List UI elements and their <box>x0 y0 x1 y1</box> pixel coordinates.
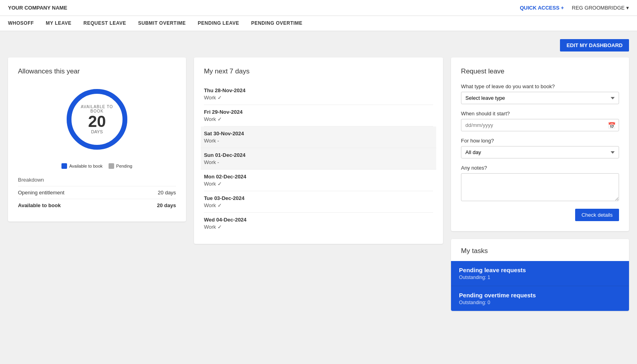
day-work: Work - <box>204 159 433 165</box>
request-leave-card: Request leave What type of leave do you … <box>451 57 629 231</box>
start-date-input[interactable] <box>461 119 619 131</box>
quick-access-button[interactable]: QUICK ACCESS + <box>520 5 564 11</box>
start-date-group: When should it start? 📅 <box>461 111 619 131</box>
day-item: Mon 02-Dec-2024 Work ✓ <box>204 170 433 191</box>
day-date: Wed 04-Dec-2024 <box>204 217 433 223</box>
breakdown-opening-label: Opening entitlement <box>18 190 64 196</box>
top-header: YOUR COMPANY NAME QUICK ACCESS + REG GRO… <box>0 0 637 16</box>
tasks-title: My tasks <box>451 239 629 261</box>
breakdown-title: Breakdown <box>18 177 176 183</box>
donut-container: AVAILABLE TO BOOK 20 DAYS <box>18 83 176 155</box>
duration-select[interactable]: All day <box>461 146 619 158</box>
legend-pending: Pending <box>109 163 132 169</box>
leave-type-select[interactable]: Select leave type <box>461 92 619 104</box>
legend-available-label: Available to book <box>69 164 103 168</box>
quick-access-icon: + <box>561 5 564 11</box>
task-item[interactable]: Pending overtime requests Outstanding: 0 <box>451 286 629 311</box>
start-date-label: When should it start? <box>461 111 619 117</box>
donut-number: 20 <box>79 113 115 129</box>
calendar-icon: 📅 <box>608 121 616 129</box>
breakdown-row-opening: Opening entitlement 20 days <box>18 186 176 199</box>
tasks-list: Pending leave requests Outstanding: 1 Pe… <box>451 261 629 311</box>
day-date: Tue 03-Dec-2024 <box>204 195 433 201</box>
main-content: EDIT MY DASHBOARD Allowances this year A… <box>0 31 637 319</box>
leave-type-label: What type of leave do you want to book? <box>461 83 619 89</box>
task-subtitle: Outstanding: 1 <box>459 275 621 280</box>
tasks-card: My tasks Pending leave requests Outstand… <box>451 239 629 311</box>
nav-item-pending-leave[interactable]: PENDING LEAVE <box>198 16 239 31</box>
edit-dashboard-row: EDIT MY DASHBOARD <box>8 39 629 51</box>
main-nav: WHOSOFF MY LEAVE REQUEST LEAVE SUBMIT OV… <box>0 16 637 31</box>
breakdown-available-label: Available to book <box>18 202 61 208</box>
day-work: Work ✓ <box>204 116 433 122</box>
legend-available: Available to book <box>61 163 103 169</box>
allowances-title: Allowances this year <box>18 67 176 75</box>
edit-dashboard-button[interactable]: EDIT MY DASHBOARD <box>560 39 629 51</box>
task-title: Pending leave requests <box>459 267 621 273</box>
nav-item-request-leave[interactable]: REQUEST LEAVE <box>83 16 126 31</box>
allowances-card: Allowances this year AVAILABLE TO BOOK 2… <box>8 57 186 222</box>
nav-item-whosoff[interactable]: WHOSOFF <box>8 16 34 31</box>
day-work: Work ✓ <box>204 202 433 208</box>
notes-textarea[interactable] <box>461 173 619 201</box>
day-item: Sat 30-Nov-2024 Work - <box>201 127 436 148</box>
quick-access-label: QUICK ACCESS <box>520 5 559 11</box>
leave-type-group: What type of leave do you want to book? … <box>461 83 619 104</box>
check-details-button[interactable]: Check details <box>575 209 619 221</box>
breakdown-available-value: 20 days <box>157 202 176 208</box>
nav-item-submit-overtime[interactable]: SUBMIT OVERTIME <box>138 16 186 31</box>
day-work: Work ✓ <box>204 181 433 187</box>
top-header-right: QUICK ACCESS + REG GROOMBRIDGE ▾ <box>520 5 629 11</box>
day-work: Work ✓ <box>204 95 433 101</box>
nav-item-pending-overtime[interactable]: PENDING OVERTIME <box>251 16 303 31</box>
days-list: Thu 28-Nov-2024 Work ✓ Fri 29-Nov-2024 W… <box>204 83 433 234</box>
right-column: Request leave What type of leave do you … <box>451 57 629 311</box>
donut-available-label: AVAILABLE TO BOOK <box>79 105 115 113</box>
day-item: Wed 04-Dec-2024 Work ✓ <box>204 213 433 234</box>
next7days-card: My next 7 days Thu 28-Nov-2024 Work ✓ Fr… <box>194 57 443 244</box>
day-date: Thu 28-Nov-2024 <box>204 87 433 93</box>
request-leave-title: Request leave <box>461 67 619 75</box>
nav-item-my-leave[interactable]: MY LEAVE <box>46 16 71 31</box>
dashboard-grid: Allowances this year AVAILABLE TO BOOK 2… <box>8 57 629 311</box>
task-subtitle: Outstanding: 0 <box>459 300 621 305</box>
duration-label: For how long? <box>461 138 619 144</box>
check-details-row: Check details <box>461 209 619 221</box>
legend-pending-dot <box>109 163 114 169</box>
day-work: Work ✓ <box>204 224 433 230</box>
breakdown-opening-value: 20 days <box>158 190 176 196</box>
task-item[interactable]: Pending leave requests Outstanding: 1 <box>451 261 629 286</box>
donut-center: AVAILABLE TO BOOK 20 DAYS <box>79 105 115 134</box>
chevron-down-icon: ▾ <box>626 5 629 11</box>
next7days-title: My next 7 days <box>204 67 433 75</box>
company-name: YOUR COMPANY NAME <box>8 5 67 11</box>
legend: Available to book Pending <box>18 163 176 169</box>
day-item: Sun 01-Dec-2024 Work - <box>201 148 436 170</box>
day-item: Tue 03-Dec-2024 Work ✓ <box>204 191 433 213</box>
breakdown-row-available: Available to book 20 days <box>18 199 176 212</box>
notes-group: Any notes? <box>461 165 619 202</box>
day-work: Work - <box>204 138 433 144</box>
donut-days-label: DAYS <box>79 129 115 134</box>
donut-chart: AVAILABLE TO BOOK 20 DAYS <box>61 83 133 155</box>
legend-pending-label: Pending <box>116 164 132 168</box>
task-title: Pending overtime requests <box>459 292 621 299</box>
day-date: Fri 29-Nov-2024 <box>204 109 433 115</box>
user-menu[interactable]: REG GROOMBRIDGE ▾ <box>572 5 629 11</box>
day-date: Sun 01-Dec-2024 <box>204 152 433 158</box>
duration-group: For how long? All day <box>461 138 619 158</box>
start-date-wrapper: 📅 <box>461 119 619 131</box>
day-item: Fri 29-Nov-2024 Work ✓ <box>204 105 433 127</box>
legend-available-dot <box>61 163 67 169</box>
day-date: Sat 30-Nov-2024 <box>204 131 433 136</box>
user-name-label: REG GROOMBRIDGE <box>572 5 625 11</box>
notes-label: Any notes? <box>461 165 619 171</box>
day-date: Mon 02-Dec-2024 <box>204 174 433 180</box>
day-item: Thu 28-Nov-2024 Work ✓ <box>204 83 433 105</box>
